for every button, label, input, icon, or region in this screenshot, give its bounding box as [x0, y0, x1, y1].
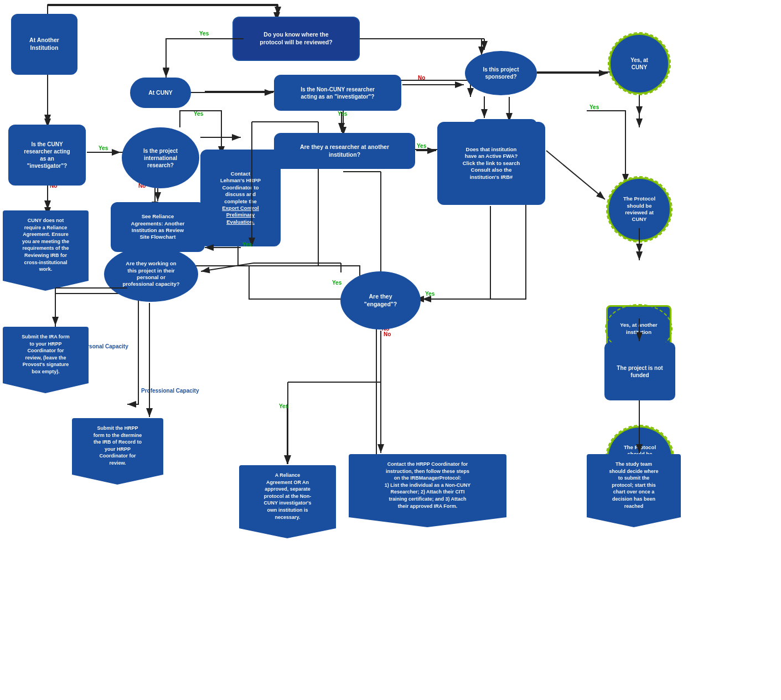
is-cuny-researcher-text: Is the CUNY researcher acting as an "inv… [24, 141, 70, 169]
yes-another-institution-text: Yes, at another institution [620, 322, 658, 336]
no-label-engaged-2: No [384, 331, 391, 337]
is-non-cuny-investigator-text: Is the Non-CUNY researcher acting as an … [301, 86, 375, 100]
are-they-researcher-text: Are they a researcher at another institu… [300, 143, 389, 158]
contact-hrpp-banner: Contact the HRPP Coordinator forinstruct… [349, 454, 506, 527]
submit-hrpp-banner: Submit the HRPPform to the dterminethe I… [72, 418, 163, 485]
yes-label-international: Yes [194, 111, 203, 117]
contact-lehman-text: ContactLehman's HRPPCoordinator todiscus… [220, 171, 261, 225]
at-cuny-node: At CUNY [130, 78, 191, 108]
yes-label-do-you-know: Yes [199, 30, 209, 37]
at-cuny-text: At CUNY [148, 89, 173, 97]
at-another-institution-node: At Another Institution [11, 14, 77, 75]
is-project-international-node: Is the project international research? [122, 127, 199, 188]
does-institution-fwa-node: Does that institution have an Active FWA… [437, 122, 545, 205]
study-team-decide-banner: The study teamshould decide whereto subm… [587, 454, 681, 527]
working-personal-professional-node: Are they working on this project in thei… [104, 246, 198, 302]
is-project-sponsored-node: Is this project sponsored? [465, 51, 537, 95]
yes-label-engaged: Yes [332, 280, 342, 286]
yes-label-contact-lehman-2: Yes [242, 241, 252, 248]
working-personal-professional-text: Are they working on this project in thei… [123, 260, 180, 287]
is-project-international-text: Is the project international research? [143, 147, 178, 169]
cuny-no-reliance-banner: CUNY does notrequire a RelianceAgreement… [3, 210, 89, 291]
do-you-know-text: Do you know where the protocol will be r… [260, 31, 332, 46]
yes-label-lower: Yes [279, 403, 288, 409]
yes-at-cuny-node: Yes, at CUNY [609, 33, 670, 94]
yes-at-cuny-text: Yes, at CUNY [630, 56, 648, 71]
contact-lehman-node: ContactLehman's HRPPCoordinator todiscus… [200, 150, 281, 246]
is-cuny-researcher-node: Is the CUNY researcher acting as an "inv… [8, 125, 86, 186]
yes-label-fwa: Yes [589, 104, 599, 110]
reliance-agreement-banner: A RelianceAgreement OR Anapproved, separ… [239, 465, 336, 538]
protocol-reviewed-cuny-text: The Protocol should be reviewed at CUNY [623, 195, 655, 223]
yes-label-non-cuny: Yes [338, 111, 347, 117]
at-another-institution-text: At Another Institution [29, 37, 59, 52]
is-project-sponsored-text: Is this project sponsored? [483, 66, 519, 80]
protocol-reviewed-cuny-node: The Protocol should be reviewed at CUNY [607, 177, 671, 241]
are-they-researcher-node: Are they a researcher at another institu… [274, 133, 415, 169]
svg-line-24 [546, 151, 605, 199]
flowchart: Yes No Yes No Yes No No Yes Yes No Yes N… [0, 0, 781, 700]
submit-ira-banner: Submit the IRA formto your HRPPCoordinat… [3, 327, 89, 393]
svg-line-33 [201, 263, 254, 271]
yes-label-engaged-2: Yes [425, 291, 435, 297]
yes-label-cuny-researcher: Yes [99, 145, 108, 151]
see-reliance-node: See Reliance Agreements: Another Institu… [111, 202, 205, 252]
no-label-non-cuny: No [418, 75, 425, 81]
see-reliance-text: See Reliance Agreements: Another Institu… [131, 213, 185, 240]
are-they-engaged-node: Are they "engaged"? [340, 271, 421, 330]
does-institution-fwa-text: Does that institution have an Active FWA… [463, 146, 520, 181]
are-they-engaged-text: Are they "engaged"? [364, 293, 397, 308]
do-you-know-node: Do you know where the protocol will be r… [232, 17, 360, 61]
project-not-funded-node: The project is not funded [604, 342, 675, 400]
professional-capacity-label: Professional Capacity [141, 388, 199, 394]
is-non-cuny-investigator-node: Is the Non-CUNY researcher acting as an … [274, 75, 401, 111]
project-not-funded-text: The project is not funded [617, 364, 663, 379]
yes-label-researcher-another: Yes [417, 143, 426, 149]
